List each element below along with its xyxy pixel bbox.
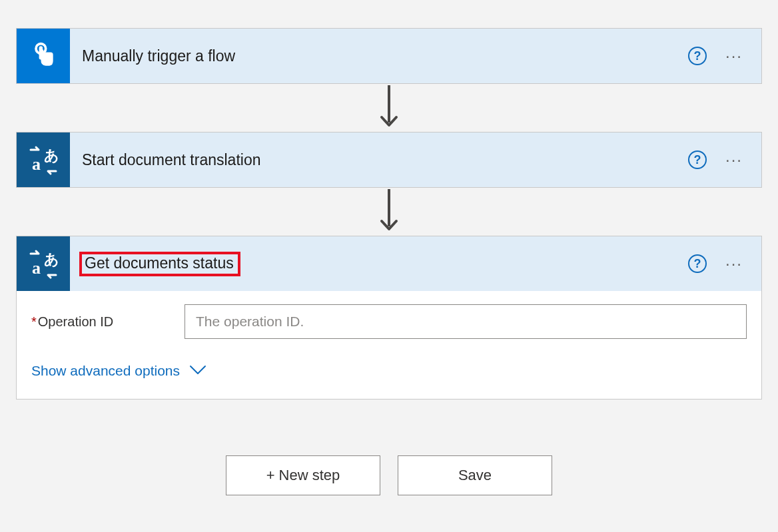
svg-text:a: a xyxy=(32,258,41,278)
more-icon[interactable]: ··· xyxy=(725,256,743,272)
svg-text:あ: あ xyxy=(44,147,59,164)
translate-icon: a あ xyxy=(17,236,70,291)
card-header: a あ Get documents status ? ··· xyxy=(17,236,761,291)
step-title: Get documents status xyxy=(85,252,234,274)
show-advanced-options[interactable]: Show advanced options xyxy=(31,363,206,379)
card-header: a あ Start document translation ? ··· xyxy=(17,133,761,187)
svg-text:a: a xyxy=(32,154,41,174)
step-card-start-translation[interactable]: a あ Start document translation ? ··· xyxy=(16,132,762,188)
highlight-annotation: Get documents status xyxy=(79,252,240,276)
connector-arrow xyxy=(15,188,763,236)
save-button[interactable]: Save xyxy=(398,455,552,495)
step-card-get-status[interactable]: a あ Get documents status ? ··· *Operatio… xyxy=(16,236,762,399)
card-header: Manually trigger a flow ? ··· xyxy=(17,29,761,83)
translate-icon: a あ xyxy=(17,133,70,187)
more-icon[interactable]: ··· xyxy=(725,48,743,64)
more-icon[interactable]: ··· xyxy=(725,152,743,168)
step-card-trigger[interactable]: Manually trigger a flow ? ··· xyxy=(16,28,762,84)
field-row-operation-id: *Operation ID xyxy=(31,304,747,339)
footer-buttons: + New step Save xyxy=(226,455,552,495)
chevron-down-icon xyxy=(189,363,206,379)
connector-arrow xyxy=(15,84,763,132)
field-label: *Operation ID xyxy=(31,314,185,330)
card-body: *Operation ID Show advanced options xyxy=(17,291,761,399)
help-icon[interactable]: ? xyxy=(688,47,707,65)
operation-id-input[interactable] xyxy=(185,304,747,339)
step-title: Manually trigger a flow xyxy=(82,45,688,68)
new-step-button[interactable]: + New step xyxy=(226,455,380,495)
svg-text:あ: あ xyxy=(44,251,59,268)
touch-icon xyxy=(17,29,70,83)
svg-rect-1 xyxy=(39,46,43,59)
help-icon[interactable]: ? xyxy=(688,254,707,273)
help-icon[interactable]: ? xyxy=(688,150,707,169)
step-title: Start document translation xyxy=(82,148,688,172)
required-indicator: * xyxy=(31,314,37,329)
